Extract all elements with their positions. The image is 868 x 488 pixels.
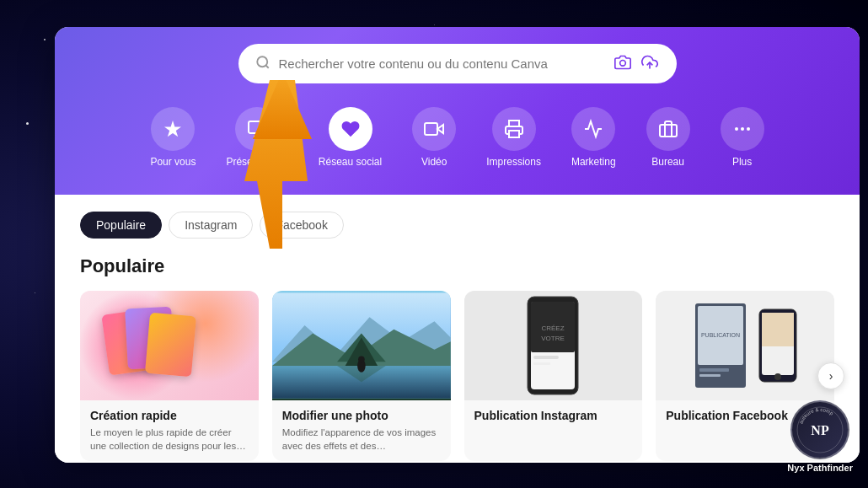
main-card: Pour vous Présentations Réseau soci: [55, 27, 860, 463]
tab-facebook[interactable]: Facebook: [260, 212, 343, 239]
camera-search-button[interactable]: [613, 52, 633, 75]
impressions-icon-circle: [492, 107, 536, 151]
card-title-2: Modifier une photo: [282, 409, 441, 422]
card-title-1: Création rapide: [90, 409, 249, 422]
upload-button[interactable]: [640, 52, 660, 75]
mountain-scene-svg: [272, 291, 451, 400]
search-actions: [613, 52, 660, 75]
nav-item-plus[interactable]: Plus: [705, 100, 780, 174]
watermark-svg: NP auteure & comp: [795, 405, 845, 455]
svg-text:VOTRE: VOTRE: [542, 335, 565, 342]
card-title-3: Publication Instagram: [474, 409, 633, 422]
card-image-3: CRÉEZ VOTRE: [464, 291, 643, 400]
nav-item-marketing[interactable]: Marketing: [556, 100, 631, 174]
marketing-icon-circle: [571, 107, 615, 151]
nav-item-reseau-social[interactable]: Réseau social: [303, 100, 397, 174]
card-content-1: Création rapide Le moyen le plus rapide …: [80, 400, 259, 461]
svg-rect-26: [533, 362, 550, 365]
svg-point-0: [257, 56, 267, 67]
svg-point-19: [358, 357, 365, 363]
card-creation-rapide[interactable]: Création rapide Le moyen le plus rapide …: [80, 291, 259, 461]
reseau-social-label: Réseau social: [319, 156, 382, 168]
search-icon: [255, 55, 271, 73]
svg-rect-30: [699, 368, 729, 372]
card-modifier-photo[interactable]: Modifier une photo Modifiez l'apparence …: [272, 291, 451, 461]
svg-text:NP: NP: [812, 423, 830, 437]
svg-text:CRÉEZ: CRÉEZ: [542, 324, 565, 332]
svg-rect-7: [660, 125, 677, 137]
card-image-1: [80, 291, 259, 400]
svg-rect-34: [762, 313, 794, 346]
presentations-icon-circle: [235, 107, 279, 151]
svg-point-35: [774, 373, 781, 380]
search-bar: [238, 44, 677, 83]
card-content-3: Publication Instagram: [464, 400, 643, 434]
next-button[interactable]: ›: [817, 362, 844, 389]
nav-item-pour-vous[interactable]: Pour vous: [135, 100, 211, 174]
nav-icons: Pour vous Présentations Réseau soci: [88, 100, 826, 174]
impressions-label: Impressions: [486, 156, 541, 168]
cards-grid: Création rapide Le moyen le plus rapide …: [80, 291, 834, 461]
svg-rect-25: [533, 356, 559, 359]
tabs: Populaire Instagram Facebook: [80, 212, 834, 239]
card-image-4: PUBLICATION: [656, 291, 834, 400]
svg-point-9: [741, 127, 744, 131]
search-input[interactable]: [279, 56, 604, 71]
svg-rect-6: [509, 131, 519, 137]
bureau-icon-circle: [646, 107, 690, 151]
svg-rect-3: [249, 121, 265, 133]
tab-instagram[interactable]: Instagram: [169, 212, 253, 239]
bureau-label: Bureau: [651, 156, 684, 168]
mock-card-3: [145, 313, 196, 378]
card-content-2: Modifier une photo Modifiez l'apparence …: [272, 400, 451, 461]
svg-text:PUBLICATION: PUBLICATION: [701, 332, 740, 338]
phone-mockup-facebook: [757, 308, 799, 383]
marketing-label: Marketing: [571, 156, 616, 168]
svg-point-1: [619, 61, 625, 67]
presentations-label: Présentations: [226, 156, 287, 168]
pour-vous-label: Pour vous: [150, 156, 196, 168]
svg-point-10: [747, 127, 750, 131]
card-instagram[interactable]: CRÉEZ VOTRE Publication Instagram: [464, 291, 643, 461]
header: Pour vous Présentations Réseau soci: [55, 27, 860, 195]
tab-populaire[interactable]: Populaire: [80, 212, 162, 239]
plus-icon-circle: [721, 107, 764, 151]
section-title: Populaire: [80, 255, 834, 277]
svg-point-8: [735, 127, 738, 131]
card-desc-2: Modifiez l'apparence de vos images avec …: [282, 426, 441, 453]
watermark: NP auteure & comp Nyx Pathfinder: [787, 400, 853, 473]
nav-item-presentations[interactable]: Présentations: [211, 100, 303, 174]
reseau-social-icon-circle: [329, 107, 372, 151]
svg-rect-31: [699, 374, 721, 377]
book-mockup: PUBLICATION: [691, 299, 750, 392]
nav-item-impressions[interactable]: Impressions: [471, 100, 556, 174]
card-desc-1: Le moyen le plus rapide de créer une col…: [90, 426, 249, 453]
nav-item-video[interactable]: Vidéo: [397, 100, 471, 174]
video-icon-circle: [412, 107, 456, 151]
content-area: Populaire Instagram Facebook Populaire C…: [55, 195, 860, 463]
svg-rect-5: [425, 123, 437, 135]
card-image-2: [272, 291, 451, 400]
svg-text:auteure & comp: auteure & comp: [799, 407, 835, 425]
phone-mockup-instagram: CRÉEZ VOTRE: [464, 291, 643, 400]
pour-vous-icon-circle: [151, 107, 195, 151]
svg-marker-4: [437, 125, 443, 133]
watermark-name: Nyx Pathfinder: [787, 463, 853, 473]
plus-label: Plus: [732, 156, 752, 168]
video-label: Vidéo: [421, 156, 447, 168]
nav-item-bureau[interactable]: Bureau: [631, 100, 705, 174]
watermark-circle: NP auteure & comp: [790, 400, 849, 459]
